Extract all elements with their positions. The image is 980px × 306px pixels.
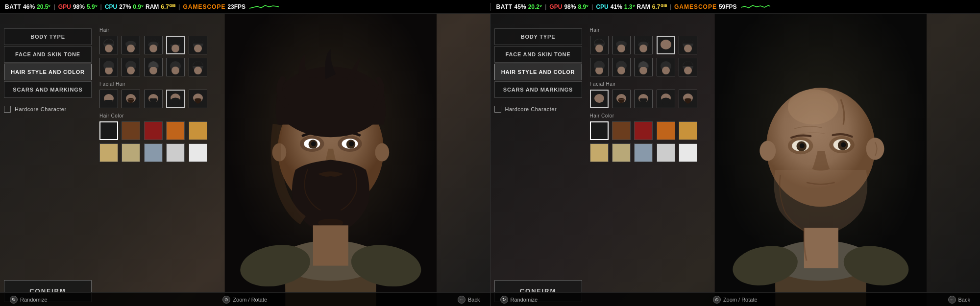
left-color-sandy[interactable] bbox=[122, 143, 140, 162]
left-color-white[interactable] bbox=[189, 143, 207, 162]
left-color-amber[interactable] bbox=[189, 121, 207, 140]
right-face-skin-btn[interactable]: FACE AND SKIN TONE bbox=[494, 46, 582, 63]
left-scars-btn[interactable]: SCARS AND MARKINGS bbox=[4, 81, 92, 98]
left-facial-swatch-2[interactable] bbox=[122, 90, 140, 108]
right-back-icon: ← bbox=[948, 296, 956, 304]
left-color-slate[interactable] bbox=[144, 143, 163, 162]
batt-pct-left: 46% bbox=[23, 3, 35, 10]
right-zoom-btn[interactable]: ⊙ Zoom / Rotate bbox=[657, 296, 813, 304]
gpu-pct-right: 98% bbox=[564, 3, 576, 10]
svg-point-69 bbox=[639, 45, 647, 52]
left-hair-swatch-4[interactable] bbox=[166, 36, 185, 54]
left-hair-swatch-10[interactable] bbox=[189, 58, 207, 76]
right-hair-color-label: Hair Color bbox=[590, 113, 700, 118]
right-color-black[interactable] bbox=[590, 121, 609, 140]
right-randomize-btn[interactable]: ↻ Randomize bbox=[500, 296, 657, 304]
main-content: BODY TYPE FACE AND SKIN TONE HAIR STYLE … bbox=[0, 14, 980, 306]
left-hair-swatch-2[interactable] bbox=[122, 36, 140, 54]
right-body-type-btn[interactable]: BODY TYPE bbox=[494, 28, 582, 45]
left-hair-swatch-1[interactable] bbox=[99, 36, 118, 54]
right-hair-swatch-8[interactable] bbox=[634, 58, 653, 76]
left-hardcore-checkbox[interactable] bbox=[4, 106, 11, 113]
svg-point-83 bbox=[594, 94, 604, 103]
left-color-tan[interactable] bbox=[99, 143, 118, 162]
right-back-btn[interactable]: ← Back bbox=[813, 296, 970, 304]
right-color-tan[interactable] bbox=[590, 143, 609, 162]
left-hair-swatch-5[interactable] bbox=[189, 36, 207, 54]
right-hardcore-label: Hardcore Character bbox=[505, 106, 557, 112]
left-facial-hair-label: Facial Hair bbox=[99, 81, 209, 87]
left-color-black[interactable] bbox=[99, 121, 118, 140]
left-hair-swatch-7[interactable] bbox=[122, 58, 140, 76]
right-color-white[interactable] bbox=[679, 143, 697, 162]
svg-point-16 bbox=[311, 141, 316, 146]
right-facial-swatch-5[interactable] bbox=[679, 90, 697, 108]
ram-val-left: 6.7ᴳᴵᴮ bbox=[161, 3, 175, 10]
left-zoom-btn[interactable]: ⊙ Zoom / Rotate bbox=[167, 296, 323, 304]
left-color-brown[interactable] bbox=[122, 121, 140, 140]
gpu-label-left: GPU bbox=[58, 3, 71, 10]
svg-point-52 bbox=[788, 89, 838, 124]
right-facial-swatch-1[interactable] bbox=[590, 90, 609, 108]
right-back-label: Back bbox=[958, 297, 970, 303]
right-hair-style-btn[interactable]: HAIR STYLE AND COLOR bbox=[494, 64, 582, 80]
right-facial-swatch-2[interactable] bbox=[612, 90, 631, 108]
left-hair-style-btn[interactable]: HAIR STYLE AND COLOR bbox=[4, 64, 92, 80]
right-character-preview bbox=[662, 14, 980, 306]
left-hair-swatch-3[interactable] bbox=[144, 36, 163, 54]
gpu-val-right: 8.9ᵛ bbox=[578, 3, 588, 10]
fps-graph-right bbox=[741, 3, 770, 10]
right-color-silver[interactable] bbox=[657, 143, 675, 162]
left-face-skin-btn[interactable]: FACE AND SKIN TONE bbox=[4, 46, 92, 63]
left-randomize-btn[interactable]: ↻ Randomize bbox=[10, 296, 167, 304]
left-color-silver[interactable] bbox=[166, 143, 185, 162]
left-facial-swatch-4[interactable] bbox=[166, 90, 185, 108]
left-facial-hair-grid bbox=[99, 90, 209, 108]
svg-point-31 bbox=[105, 67, 113, 74]
left-facial-swatch-1[interactable] bbox=[99, 90, 118, 108]
right-color-red[interactable] bbox=[634, 121, 653, 140]
right-hair-swatch-6[interactable] bbox=[590, 58, 609, 76]
right-randomize-icon: ↻ bbox=[500, 296, 508, 304]
right-color-sandy[interactable] bbox=[612, 143, 631, 162]
right-hair-swatch-1[interactable] bbox=[590, 36, 609, 54]
left-color-orange[interactable] bbox=[166, 121, 185, 140]
left-hair-swatch-9[interactable] bbox=[166, 58, 185, 76]
svg-point-53 bbox=[760, 141, 776, 161]
left-body-type-btn[interactable]: BODY TYPE bbox=[4, 28, 92, 45]
svg-point-78 bbox=[639, 67, 647, 74]
right-color-grid-2 bbox=[590, 143, 700, 162]
right-facial-swatch-4[interactable] bbox=[657, 90, 675, 108]
right-facial-swatch-3[interactable] bbox=[634, 90, 653, 108]
left-panel: BODY TYPE FACE AND SKIN TONE HAIR STYLE … bbox=[0, 14, 490, 306]
left-hair-swatch-8[interactable] bbox=[144, 58, 163, 76]
right-hair-swatch-9[interactable] bbox=[657, 58, 675, 76]
batt-val-right: 20.2ᵛ bbox=[528, 3, 542, 10]
left-back-btn[interactable]: ← Back bbox=[323, 296, 480, 304]
right-hardcore-checkbox[interactable] bbox=[494, 106, 501, 113]
left-facial-swatch-5[interactable] bbox=[189, 90, 207, 108]
cpu-val-left: 0.9ᵛ bbox=[133, 3, 144, 10]
left-hair-label: Hair bbox=[99, 27, 209, 33]
right-color-orange[interactable] bbox=[657, 121, 675, 140]
left-hair-swatch-6[interactable] bbox=[99, 58, 118, 76]
left-color-grid-2 bbox=[99, 143, 209, 162]
right-color-brown[interactable] bbox=[612, 121, 631, 140]
right-color-slate[interactable] bbox=[634, 143, 653, 162]
svg-point-9 bbox=[375, 143, 389, 162]
right-color-amber[interactable] bbox=[679, 121, 697, 140]
right-hair-swatch-3[interactable] bbox=[634, 36, 653, 54]
left-color-red[interactable] bbox=[144, 121, 163, 140]
right-hair-swatch-4[interactable] bbox=[657, 36, 675, 54]
right-hair-swatch-10[interactable] bbox=[679, 58, 697, 76]
cpu-label-left: CPU bbox=[105, 3, 117, 10]
svg-point-35 bbox=[149, 67, 157, 74]
right-scars-btn[interactable]: SCARS AND MARKINGS bbox=[494, 81, 582, 98]
right-hair-swatch-2[interactable] bbox=[612, 36, 631, 54]
left-facial-swatch-3[interactable] bbox=[144, 90, 163, 108]
svg-point-39 bbox=[194, 67, 202, 74]
right-hair-swatch-5[interactable] bbox=[679, 36, 697, 54]
left-color-grid-1 bbox=[99, 121, 209, 140]
gpu-pct-left: 98% bbox=[73, 3, 85, 10]
right-hair-swatch-7[interactable] bbox=[612, 58, 631, 76]
